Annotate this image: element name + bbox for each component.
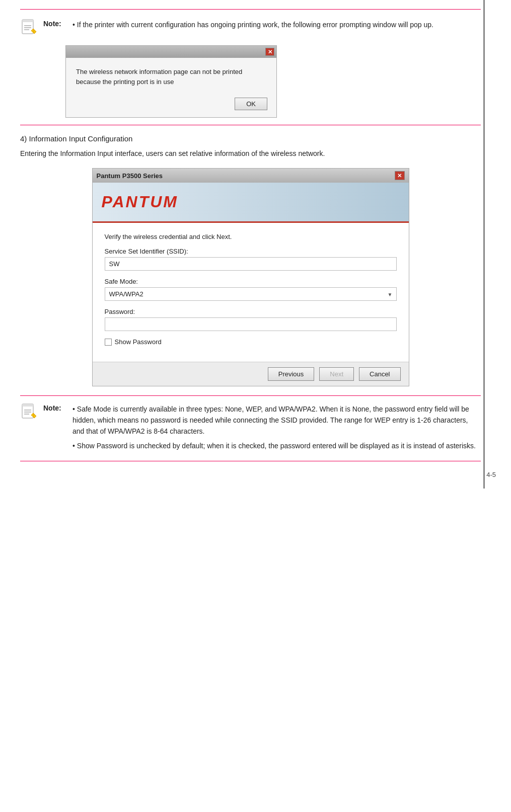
section-heading: 4) Information Input Configuration <box>20 134 481 143</box>
note-content-1: • If the printer with current configurat… <box>72 19 481 31</box>
next-button[interactable]: Next <box>319 367 354 381</box>
svg-rect-1 <box>22 20 33 22</box>
ssid-label: Service Set Identifier (SSID): <box>105 248 397 255</box>
svg-rect-8 <box>22 404 33 407</box>
show-password-row: Show Password <box>105 338 397 346</box>
page-number: 4-5 <box>486 471 496 478</box>
section-description: Entering the Information Input interface… <box>20 148 481 159</box>
note-bullet-1: • Safe Mode is currently available in th… <box>72 404 481 437</box>
show-password-checkbox[interactable] <box>105 339 112 346</box>
bottom-divider-2 <box>20 461 481 461</box>
note-label-2: Note: <box>43 403 67 412</box>
pantum-logo: PANTUM <box>102 193 179 211</box>
error-dialog-ok-button[interactable]: OK <box>235 98 267 110</box>
note-block-1: Note: • If the printer with current conf… <box>20 19 481 38</box>
note-icon-1 <box>20 19 38 38</box>
note-icon-2 <box>20 403 38 423</box>
show-password-label: Show Password <box>115 338 162 346</box>
page-side-rule <box>483 0 485 489</box>
error-dialog-body: The wireless network information page ca… <box>66 58 276 94</box>
cancel-button[interactable]: Cancel <box>359 367 400 381</box>
app-titlebar: Pantum P3500 Series ✕ <box>93 169 409 183</box>
previous-button[interactable]: Previous <box>268 367 315 381</box>
app-banner: PANTUM <box>93 183 409 223</box>
safe-mode-select-wrap: WPA/WPA2 None WEP ▼ <box>105 287 397 301</box>
app-title: Pantum P3500 Series <box>97 172 163 180</box>
password-input[interactable] <box>105 317 397 331</box>
app-instruction: Verify the wireless credential and click… <box>105 233 397 240</box>
error-dialog-close-btn[interactable]: ✕ <box>265 48 274 56</box>
top-divider <box>20 9 481 10</box>
note-content-2: • Safe Mode is currently available in th… <box>72 403 481 456</box>
error-dialog-message: The wireless network information page ca… <box>76 68 242 86</box>
bottom-divider <box>20 395 481 396</box>
note-block-2: Note: • Safe Mode is currently available… <box>20 403 481 456</box>
password-label: Password: <box>105 308 397 315</box>
app-dialog-screenshot: Pantum P3500 Series ✕ PANTUM Verify the … <box>92 168 409 386</box>
error-dialog-screenshot: ✕ The wireless network information page … <box>65 45 277 118</box>
section-divider <box>20 125 481 125</box>
error-dialog-titlebar: ✕ <box>66 46 276 58</box>
app-close-button[interactable]: ✕ <box>395 171 405 180</box>
svg-point-13 <box>33 417 34 418</box>
app-footer: Previous Next Cancel <box>93 362 409 386</box>
note-label-1: Note: <box>43 19 67 28</box>
error-dialog-footer: OK <box>66 94 276 117</box>
safe-mode-select[interactable]: WPA/WPA2 None WEP <box>105 287 397 301</box>
svg-point-6 <box>33 33 34 34</box>
app-content: Verify the wireless credential and click… <box>93 223 409 362</box>
note-bullet-2: • Show Password is unchecked by default;… <box>72 441 481 452</box>
ssid-input[interactable] <box>105 257 397 271</box>
safe-mode-label: Safe Mode: <box>105 278 397 285</box>
